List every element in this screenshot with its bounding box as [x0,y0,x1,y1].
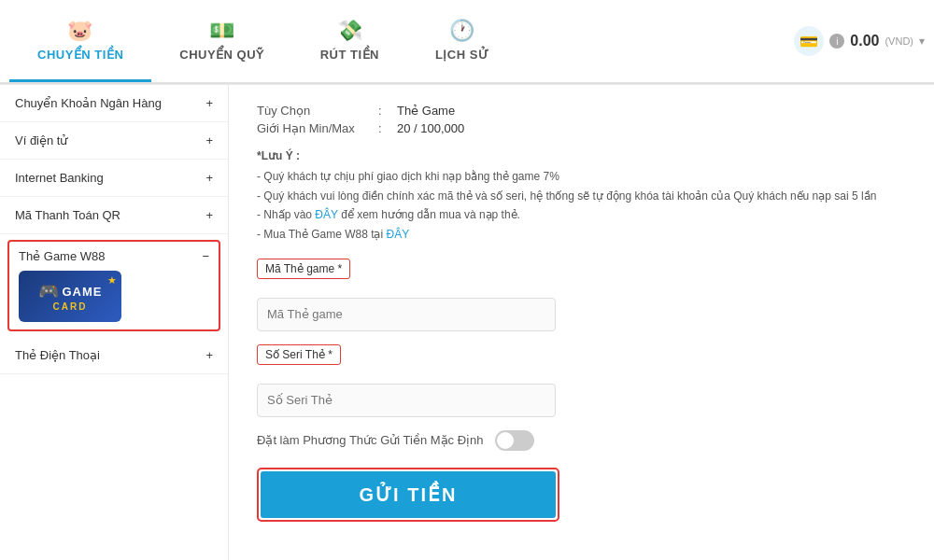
chuyen-quy-icon: 💵 [209,19,235,43]
ma-the-input[interactable] [257,298,556,331]
form-group-so-seri: Số Seri Thẻ * [257,344,906,417]
nav-bar: 🐷 CHUYỂN TIỀN 💵 CHUYỂN QUỸ 💸 RÚT TIỀN 🕐 … [0,0,934,84]
so-seri-input[interactable] [257,384,556,417]
submit-button[interactable]: GỬI TIỀN [261,471,556,518]
form-group-ma-the: Mã Thẻ game * [257,259,906,331]
tab-lich-su[interactable]: 🕐 LỊCH SỬ [407,0,517,82]
gioi-han-label: Giới Hạn Min/Max [257,121,378,135]
note-section: *Lưu Ý : - Quý khách tự chịu phí giao dị… [257,147,906,244]
expand-icon-vi-dien-tu: + [205,133,213,147]
note-line4-prefix: - Mua Thẻ Game W88 tại [257,228,386,241]
balance-area: 💳 i 0.00 (VND) ▾ [794,26,925,56]
note-line1: - Quý khách tự chịu phí giao dịch khi nạ… [257,167,906,186]
sidebar-item-chuyen-khoan[interactable]: Chuyển Khoản Ngân Hàng + [0,85,228,122]
toggle-label: Đặt làm Phương Thức Gửi Tiền Mặc Định [257,433,484,447]
sidebar-label-ma-thanh-toan: Mã Thanh Toán QR [15,208,120,222]
rut-tien-icon: 💸 [337,19,363,43]
tab-lich-su-label: LỊCH SỬ [435,48,489,62]
tuy-chon-label: Tùy Chọn [257,104,378,118]
note-line2: - Quý khách vui lòng điền chính xác mã t… [257,187,906,205]
toggle-row: Đặt làm Phương Thức Gửi Tiền Mặc Định [257,430,906,451]
chuyen-tien-icon: 🐷 [67,19,93,43]
wallet-icon: 💳 [794,26,824,56]
note-line3-prefix: - Nhấp vào [257,208,315,221]
tab-rut-tien[interactable]: 💸 RÚT TIỀN [292,0,407,82]
sidebar-label-vi-dien-tu: Ví điện tử [15,133,67,147]
balance-info-icon[interactable]: i [829,34,844,49]
tab-chuyen-tien-label: CHUYỂN TIỀN [37,48,123,62]
main-content: Chuyển Khoản Ngân Hàng + Ví điện tử + In… [0,85,934,560]
tab-chuyen-quy-label: CHUYỂN QUỸ [179,48,263,62]
ma-the-label: Mã Thẻ game * [257,259,350,279]
game-card-logo: 🎮 GAME CARD [38,281,103,312]
note-line4: - Mua Thẻ Game W88 tại ĐÂY [257,225,906,244]
card-stars: ★ [107,274,117,287]
expand-icon-internet-banking: + [205,171,213,185]
game-logo-text-bottom: CARD [53,301,88,312]
note-link-2[interactable]: ĐÂY [386,228,409,241]
info-row-gioi-han: Giới Hạn Min/Max : 20 / 100,000 [257,121,906,135]
sidebar-item-ma-thanh-toan[interactable]: Mã Thanh Toán QR + [0,197,228,234]
sidebar-label-chuyen-khoan: Chuyển Khoản Ngân Hàng [15,96,162,110]
right-content: Tùy Chọn : Thẻ Game Giới Hạn Min/Max : 2… [229,85,934,560]
game-logo-icon: 🎮 [38,281,59,301]
expand-icon-chuyen-khoan: + [205,96,213,110]
sidebar-item-the-game-w88[interactable]: Thẻ Game W88 − ★ 🎮 GAME CARD [7,240,220,331]
tab-chuyen-tien[interactable]: 🐷 CHUYỂN TIỀN [9,0,151,82]
sidebar-item-internet-banking[interactable]: Internet Banking + [0,160,228,197]
collapse-icon-the-game: − [202,249,209,263]
sidebar-label-the-dien-thoai: Thẻ Điện Thoại [15,348,100,362]
sidebar-item-vi-dien-tu[interactable]: Ví điện tử + [0,122,228,160]
note-line3: - Nhấp vào ĐÂY để xem hướng dẫn mua và n… [257,205,906,224]
the-game-title: Thẻ Game W88 [19,249,106,263]
the-game-title-row: Thẻ Game W88 − [19,249,209,263]
tab-rut-tien-label: RÚT TIỀN [320,48,379,62]
tuy-chon-value: Thẻ Game [397,104,455,118]
game-card-image: ★ 🎮 GAME CARD [19,271,121,322]
expand-icon-ma-thanh-toan: + [205,208,213,222]
gioi-han-value: 20 / 100,000 [397,121,464,135]
sidebar-label-internet-banking: Internet Banking [15,171,104,185]
info-row-tuy-chon: Tùy Chọn : Thẻ Game [257,104,906,118]
sidebar: Chuyển Khoản Ngân Hàng + Ví điện tử + In… [0,85,229,560]
note-link-1[interactable]: ĐÂY [315,208,337,221]
expand-icon-the-dien-thoai: + [205,348,213,362]
default-payment-toggle[interactable] [495,430,534,451]
info-table: Tùy Chọn : Thẻ Game Giới Hạn Min/Max : 2… [257,104,906,135]
lich-su-icon: 🕐 [449,19,475,43]
note-line3-suffix: để xem hướng dẫn mua và nạp thẻ. [338,208,520,221]
balance-currency: (VND) [884,35,913,47]
so-seri-label: Số Seri Thẻ * [257,344,341,365]
note-title: *Lưu Ý : [257,147,906,165]
tab-chuyen-quy[interactable]: 💵 CHUYỂN QUỸ [151,0,291,82]
balance-amount: 0.00 [850,33,879,49]
game-logo-text-top: GAME [63,285,103,299]
sidebar-item-the-dien-thoai[interactable]: Thẻ Điện Thoại + [0,337,228,374]
balance-dropdown-arrow[interactable]: ▾ [919,35,925,48]
submit-button-wrapper: GỬI TIỀN [257,468,559,522]
